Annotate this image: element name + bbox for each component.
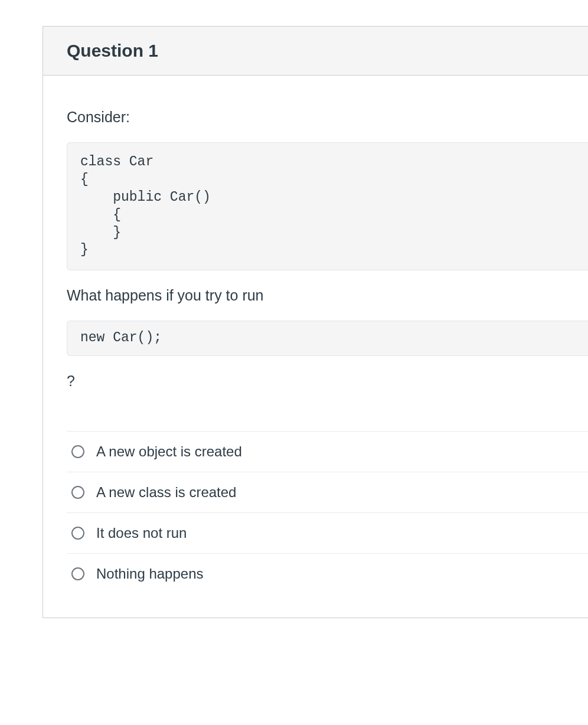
- followup-text: What happens if you try to run: [67, 287, 588, 304]
- question-body: Consider: class Car { public Car() { } }…: [43, 76, 588, 618]
- radio-icon[interactable]: [71, 567, 84, 580]
- code-block-2: new Car();: [67, 321, 588, 356]
- option-row[interactable]: A new object is created: [67, 432, 588, 472]
- option-row[interactable]: It does not run: [67, 513, 588, 554]
- question-container: Question 1 Consider: class Car { public …: [43, 26, 588, 618]
- options-list: A new object is created A new class is c…: [67, 431, 588, 594]
- code-block-1: class Car { public Car() { } }: [67, 142, 588, 270]
- option-label: A new class is created: [96, 484, 236, 501]
- question-header: Question 1: [43, 27, 588, 76]
- radio-icon[interactable]: [71, 445, 84, 458]
- option-label: It does not run: [96, 525, 187, 541]
- radio-icon[interactable]: [71, 527, 84, 540]
- question-title: Question 1: [67, 41, 564, 61]
- option-label: Nothing happens: [96, 566, 203, 582]
- radio-icon[interactable]: [71, 486, 84, 499]
- option-row[interactable]: Nothing happens: [67, 554, 588, 594]
- intro-text: Consider:: [67, 109, 588, 126]
- option-label: A new object is created: [96, 443, 242, 460]
- option-row[interactable]: A new class is created: [67, 472, 588, 513]
- question-mark: ?: [67, 373, 588, 390]
